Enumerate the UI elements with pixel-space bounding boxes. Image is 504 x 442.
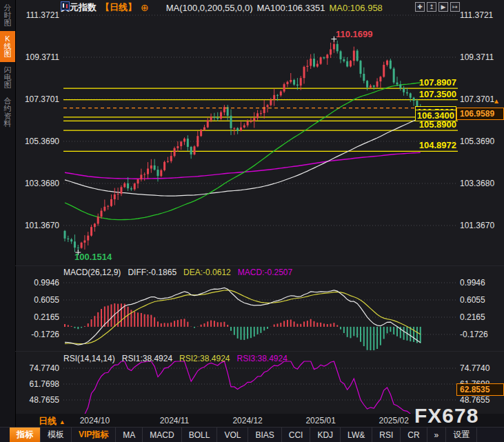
toolbar-item-模板[interactable]: 模板	[41, 428, 72, 442]
chart-type-sidebar: 分时图K线图闪电图合约资料	[0, 0, 16, 427]
chart-header: 美元指数 【日线】 ⊕ MA(100,0,200,55,0,0) MA100:1…	[61, 1, 383, 14]
toolbar-item-CCI[interactable]: CCI	[282, 428, 311, 442]
price-axis-label-right: 107.3701	[460, 94, 494, 104]
toolbar-item-VIP指标[interactable]: VIP指标	[72, 428, 116, 442]
price-arrow-icon: ▲	[493, 97, 500, 105]
macd-axis-label-left: 0.9946	[17, 278, 59, 288]
macd-header-part: MACD:-0.2507	[238, 268, 292, 277]
date-tick-label: 2025/02	[379, 416, 408, 425]
macd-header-part: DIFF:-0.1865	[128, 268, 177, 277]
low-price-annotation: 100.1514	[74, 252, 112, 262]
price-level-label: 105.8900	[419, 119, 456, 130]
scale-left-icon[interactable]: ↥	[427, 2, 436, 12]
timeframe-dropdown[interactable]: 日线 ▲	[39, 415, 65, 428]
price-axis-label-right: 111.3721	[460, 10, 493, 20]
scale-right-icon[interactable]: ▶	[439, 2, 448, 12]
price-level-label: 107.8907	[419, 77, 456, 88]
toolbar-item-CR[interactable]: CR	[401, 428, 427, 442]
price-axis-label-right: 109.3711	[460, 52, 494, 62]
rsi-header: RSI(14,14,14)RSI1:38.4924RSI2:38.4924RSI…	[63, 354, 288, 363]
sidebar-item-合约资料[interactable]: 合约资料	[0, 93, 15, 132]
toolbar-item-KDJ[interactable]: KDJ	[310, 428, 341, 442]
price-level-label: 104.8972	[419, 140, 456, 150]
indicator-toolbar: 指标模板VIP指标MAMACDBOLLVOLBIASCCIKDJLW&RSICR…	[0, 427, 504, 442]
add-indicator-icon[interactable]: ⊕	[141, 3, 149, 12]
rsi-axis-label-right: 48.7655	[460, 395, 490, 405]
rsi-header-part: RSI1:38.4924	[122, 354, 172, 363]
sidebar-item-闪电图[interactable]: 闪电图	[0, 62, 15, 93]
toolbar-item-MA[interactable]: MA	[116, 428, 143, 442]
pane-separator	[15, 351, 504, 352]
rsi-header-part: RSI(14,14,14)	[63, 354, 115, 363]
date-tick-label: 2024/11	[160, 416, 190, 425]
toolbar-item-RSI[interactable]: RSI	[372, 428, 401, 442]
rsi-header-part: RSI2:38.4924	[179, 354, 230, 363]
price-level-label: 107.3500	[419, 89, 456, 99]
macd-axis-label-right: -0.1726	[460, 330, 488, 339]
toolbar-item-»[interactable]: »	[427, 428, 447, 442]
toolbar-item-BOLL[interactable]: BOLL	[182, 428, 218, 442]
ma100-value-label: MA100:106.3351	[256, 3, 325, 13]
macd-axis-label-right: 0.9946	[460, 278, 485, 288]
price-axis-label-right: 101.3670	[460, 221, 494, 230]
dropdown-arrow-icon: ▲	[59, 419, 65, 425]
rsi-header-part: RSI3:38.4924	[237, 354, 288, 363]
date-tick-label: 2025/01	[305, 416, 335, 425]
rsi-axis-label-left: 48.7655	[17, 395, 59, 405]
fx678-watermark: FX678	[414, 404, 478, 428]
ma0-value-label: MA0:106.958	[330, 3, 383, 13]
price-axis-label-left: 107.3701	[17, 94, 59, 104]
sidebar-item-K线图[interactable]: K线图	[0, 31, 15, 62]
toolbar-item-BIAS[interactable]: BIAS	[248, 428, 281, 442]
ma-settings-label: MA(100,0,200,55,0,0)	[166, 3, 253, 13]
macd-axis-label-left: -0.1726	[17, 330, 59, 339]
current-price-badge: 106.9589	[456, 108, 504, 120]
timeframe-label: 【日线】	[101, 1, 137, 14]
rsi-value-badge: 62.8535	[456, 383, 504, 396]
pane-export-icon[interactable]: ↦	[450, 2, 460, 12]
candlestick-mini-icon[interactable]	[153, 3, 162, 12]
rsi-axis-label-left: 61.7698	[17, 379, 59, 389]
price-axis-label-left: 101.3670	[17, 221, 59, 230]
toolbar-item-VOL[interactable]: VOL	[217, 428, 248, 442]
toolbar-item-LW&[interactable]: LW&	[341, 428, 372, 442]
price-axis-label-left: 103.3680	[17, 179, 59, 188]
macd-header: MACD(26,12,9)DIFF:-0.1865DEA:-0.0612MACD…	[63, 268, 292, 277]
pane-separator	[15, 265, 504, 266]
toolbar-item-指标[interactable]: 指标	[10, 428, 41, 442]
macd-axis-label-left: 0.2165	[17, 312, 59, 322]
date-tick-label: 2024/10	[80, 416, 110, 425]
high-price-annotation: 110.1699	[336, 29, 373, 39]
price-axis-label-left: 111.3721	[17, 10, 59, 20]
macd-axis-label-left: 0.6055	[17, 295, 59, 305]
price-axis-label-left: 109.3711	[17, 52, 59, 62]
macd-header-part: DEA:-0.0612	[183, 268, 231, 277]
toolbar-item-MACD[interactable]: MACD	[143, 428, 181, 442]
window-tool-icons: ✚↥▶↦	[415, 2, 460, 12]
rsi-axis-label-right: 74.7740	[460, 363, 490, 373]
pan-icon[interactable]: ✚	[415, 2, 425, 12]
macd-header-part: MACD(26,12,9)	[63, 268, 121, 277]
macd-axis-label-right: 0.2165	[460, 312, 485, 322]
rsi-axis-label-left: 74.7740	[17, 363, 59, 373]
price-axis-label-right: 105.3690	[460, 137, 494, 146]
price-axis-label-left: 105.3690	[17, 137, 59, 146]
price-axis-label-right: 103.3680	[460, 179, 494, 188]
trading-app-window: 分时图K线图闪电图合约资料 美元指数 【日线】 ⊕ MA(100,0,200,5…	[0, 0, 504, 442]
toolbar-item-设置[interactable]: 设置	[446, 428, 477, 442]
macd-axis-label-right: 0.6055	[460, 295, 485, 305]
sidebar-item-分时图[interactable]: 分时图	[0, 0, 15, 31]
date-tick-label: 2024/12	[232, 416, 262, 425]
